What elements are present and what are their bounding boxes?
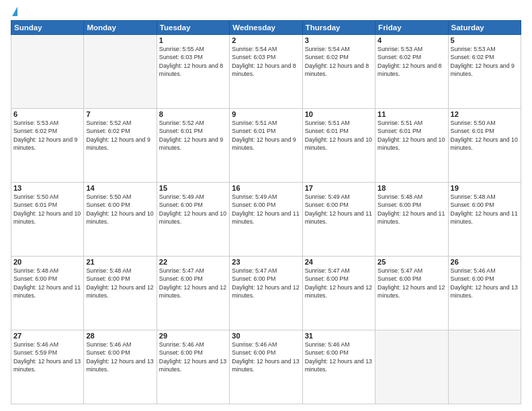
day-info: Sunrise: 5:46 AMSunset: 6:00 PMDaylight:… xyxy=(305,340,373,373)
calendar-day-cell: 26Sunrise: 5:46 AMSunset: 6:00 PMDayligh… xyxy=(448,257,521,330)
day-number: 24 xyxy=(305,258,373,266)
calendar-day-cell: 12Sunrise: 5:50 AMSunset: 6:01 PMDayligh… xyxy=(448,109,521,183)
day-info: Sunrise: 5:47 AMSunset: 6:00 PMDaylight:… xyxy=(232,267,300,300)
calendar-week-row: 20Sunrise: 5:48 AMSunset: 6:00 PMDayligh… xyxy=(11,257,521,330)
calendar-day-cell: 5Sunrise: 5:53 AMSunset: 6:02 PMDaylight… xyxy=(448,35,521,109)
day-number: 19 xyxy=(451,184,519,192)
day-info: Sunrise: 5:51 AMSunset: 6:01 PMDaylight:… xyxy=(305,119,373,152)
day-number: 31 xyxy=(305,332,373,340)
day-number: 16 xyxy=(232,184,300,192)
calendar-day-cell: 8Sunrise: 5:52 AMSunset: 6:01 PMDaylight… xyxy=(157,109,229,183)
header xyxy=(11,7,521,16)
calendar-table: SundayMondayTuesdayWednesdayThursdayFrid… xyxy=(11,20,521,404)
day-number: 13 xyxy=(13,184,81,192)
day-number: 6 xyxy=(13,110,81,118)
calendar-week-row: 6Sunrise: 5:53 AMSunset: 6:02 PMDaylight… xyxy=(11,109,521,183)
day-info: Sunrise: 5:51 AMSunset: 6:01 PMDaylight:… xyxy=(378,119,445,152)
calendar-day-cell: 19Sunrise: 5:48 AMSunset: 6:00 PMDayligh… xyxy=(448,183,521,257)
calendar-week-row: 13Sunrise: 5:50 AMSunset: 6:01 PMDayligh… xyxy=(11,183,521,257)
calendar-day-cell xyxy=(11,35,84,109)
day-info: Sunrise: 5:49 AMSunset: 6:00 PMDaylight:… xyxy=(159,193,227,226)
calendar-day-cell: 9Sunrise: 5:51 AMSunset: 6:01 PMDaylight… xyxy=(230,109,302,183)
day-of-week-header: Thursday xyxy=(302,21,375,35)
calendar-header-row: SundayMondayTuesdayWednesdayThursdayFrid… xyxy=(11,21,521,35)
day-info: Sunrise: 5:53 AMSunset: 6:02 PMDaylight:… xyxy=(378,45,445,78)
day-number: 9 xyxy=(232,110,300,118)
day-number: 4 xyxy=(378,36,445,44)
calendar-day-cell: 14Sunrise: 5:50 AMSunset: 6:00 PMDayligh… xyxy=(84,183,157,257)
day-info: Sunrise: 5:51 AMSunset: 6:01 PMDaylight:… xyxy=(232,119,300,152)
day-info: Sunrise: 5:52 AMSunset: 6:01 PMDaylight:… xyxy=(159,119,227,152)
calendar-day-cell: 16Sunrise: 5:49 AMSunset: 6:00 PMDayligh… xyxy=(230,183,302,257)
day-number: 1 xyxy=(159,36,227,44)
day-number: 22 xyxy=(159,258,227,266)
day-info: Sunrise: 5:46 AMSunset: 6:00 PMDaylight:… xyxy=(232,340,300,373)
calendar-day-cell: 23Sunrise: 5:47 AMSunset: 6:00 PMDayligh… xyxy=(230,257,302,330)
day-number: 25 xyxy=(378,258,445,266)
calendar-day-cell: 21Sunrise: 5:48 AMSunset: 6:00 PMDayligh… xyxy=(84,257,157,330)
day-info: Sunrise: 5:54 AMSunset: 6:03 PMDaylight:… xyxy=(232,45,300,78)
day-number: 5 xyxy=(451,36,519,44)
day-info: Sunrise: 5:48 AMSunset: 6:00 PMDaylight:… xyxy=(451,193,519,226)
day-number: 20 xyxy=(13,258,81,266)
day-number: 10 xyxy=(305,110,373,118)
day-number: 21 xyxy=(86,258,154,266)
day-info: Sunrise: 5:48 AMSunset: 6:00 PMDaylight:… xyxy=(13,267,81,300)
calendar-day-cell: 31Sunrise: 5:46 AMSunset: 6:00 PMDayligh… xyxy=(302,330,375,404)
day-number: 15 xyxy=(159,184,227,192)
calendar-day-cell: 11Sunrise: 5:51 AMSunset: 6:01 PMDayligh… xyxy=(375,109,448,183)
calendar-body: 1Sunrise: 5:55 AMSunset: 6:03 PMDaylight… xyxy=(11,35,521,404)
calendar-day-cell xyxy=(84,35,157,109)
page: SundayMondayTuesdayWednesdayThursdayFrid… xyxy=(0,0,532,411)
calendar-day-cell: 29Sunrise: 5:46 AMSunset: 6:00 PMDayligh… xyxy=(157,330,229,404)
calendar-day-cell xyxy=(375,330,448,404)
day-number: 2 xyxy=(232,36,300,44)
day-number: 8 xyxy=(159,110,227,118)
day-info: Sunrise: 5:47 AMSunset: 6:00 PMDaylight:… xyxy=(159,267,227,300)
calendar-week-row: 27Sunrise: 5:46 AMSunset: 5:59 PMDayligh… xyxy=(11,330,521,404)
day-info: Sunrise: 5:47 AMSunset: 6:00 PMDaylight:… xyxy=(378,267,445,300)
day-number: 29 xyxy=(159,332,227,340)
day-info: Sunrise: 5:49 AMSunset: 6:00 PMDaylight:… xyxy=(305,193,373,226)
calendar-day-cell: 1Sunrise: 5:55 AMSunset: 6:03 PMDaylight… xyxy=(157,35,229,109)
calendar-day-cell: 24Sunrise: 5:47 AMSunset: 6:00 PMDayligh… xyxy=(302,257,375,330)
calendar-day-cell: 7Sunrise: 5:52 AMSunset: 6:02 PMDaylight… xyxy=(84,109,157,183)
day-number: 23 xyxy=(232,258,300,266)
day-number: 14 xyxy=(86,184,154,192)
day-of-week-header: Sunday xyxy=(11,21,84,35)
day-info: Sunrise: 5:52 AMSunset: 6:02 PMDaylight:… xyxy=(86,119,154,152)
logo xyxy=(11,7,17,16)
calendar-day-cell: 2Sunrise: 5:54 AMSunset: 6:03 PMDaylight… xyxy=(230,35,302,109)
day-number: 30 xyxy=(232,332,300,340)
day-info: Sunrise: 5:46 AMSunset: 6:00 PMDaylight:… xyxy=(159,340,227,373)
calendar-day-cell: 25Sunrise: 5:47 AMSunset: 6:00 PMDayligh… xyxy=(375,257,448,330)
day-info: Sunrise: 5:50 AMSunset: 6:00 PMDaylight:… xyxy=(86,193,154,226)
calendar-day-cell: 18Sunrise: 5:48 AMSunset: 6:00 PMDayligh… xyxy=(375,183,448,257)
day-of-week-header: Saturday xyxy=(448,21,521,35)
calendar-day-cell: 20Sunrise: 5:48 AMSunset: 6:00 PMDayligh… xyxy=(11,257,84,330)
calendar-day-cell: 13Sunrise: 5:50 AMSunset: 6:01 PMDayligh… xyxy=(11,183,84,257)
day-of-week-header: Wednesday xyxy=(230,21,302,35)
calendar-day-cell: 27Sunrise: 5:46 AMSunset: 5:59 PMDayligh… xyxy=(11,330,84,404)
day-number: 7 xyxy=(86,110,154,118)
day-of-week-header: Friday xyxy=(375,21,448,35)
day-info: Sunrise: 5:47 AMSunset: 6:00 PMDaylight:… xyxy=(305,267,373,300)
day-info: Sunrise: 5:48 AMSunset: 6:00 PMDaylight:… xyxy=(378,193,445,226)
calendar-day-cell: 4Sunrise: 5:53 AMSunset: 6:02 PMDaylight… xyxy=(375,35,448,109)
calendar-day-cell: 17Sunrise: 5:49 AMSunset: 6:00 PMDayligh… xyxy=(302,183,375,257)
day-info: Sunrise: 5:46 AMSunset: 6:00 PMDaylight:… xyxy=(451,267,519,300)
day-info: Sunrise: 5:55 AMSunset: 6:03 PMDaylight:… xyxy=(159,45,227,78)
day-info: Sunrise: 5:49 AMSunset: 6:00 PMDaylight:… xyxy=(232,193,300,226)
day-info: Sunrise: 5:53 AMSunset: 6:02 PMDaylight:… xyxy=(451,45,519,78)
day-of-week-header: Tuesday xyxy=(157,21,229,35)
day-number: 27 xyxy=(13,332,81,340)
day-number: 11 xyxy=(378,110,445,118)
calendar-day-cell: 28Sunrise: 5:46 AMSunset: 6:00 PMDayligh… xyxy=(84,330,157,404)
calendar-day-cell: 10Sunrise: 5:51 AMSunset: 6:01 PMDayligh… xyxy=(302,109,375,183)
calendar-week-row: 1Sunrise: 5:55 AMSunset: 6:03 PMDaylight… xyxy=(11,35,521,109)
calendar-day-cell: 3Sunrise: 5:54 AMSunset: 6:02 PMDaylight… xyxy=(302,35,375,109)
calendar-day-cell: 15Sunrise: 5:49 AMSunset: 6:00 PMDayligh… xyxy=(157,183,229,257)
day-info: Sunrise: 5:54 AMSunset: 6:02 PMDaylight:… xyxy=(305,45,373,78)
calendar-day-cell xyxy=(448,330,521,404)
day-number: 28 xyxy=(86,332,154,340)
